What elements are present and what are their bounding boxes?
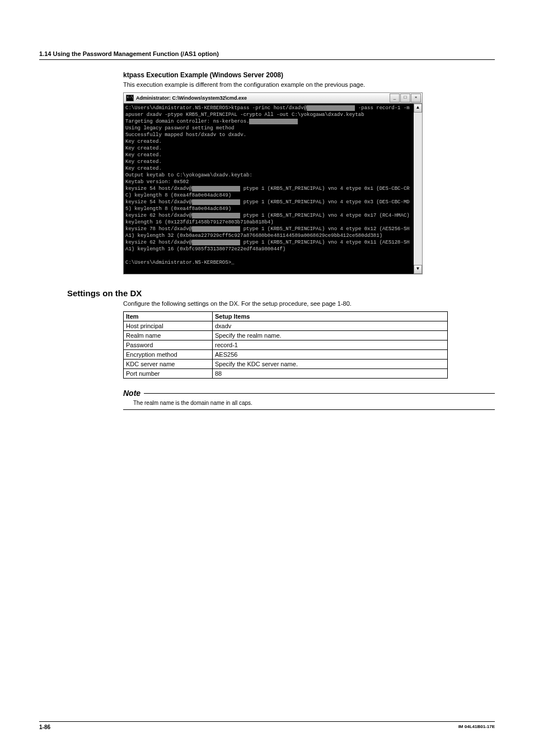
page-footer: 1-86 IM 04L41B01-17E: [39, 721, 495, 730]
section-header: 1.14 Using the Password Management Funct…: [39, 50, 495, 60]
settings-table: Item Setup Items Host principaldxadv Rea…: [123, 311, 448, 379]
terminal-scrollbar[interactable]: ▲ ▼: [414, 104, 422, 274]
table-header-row: Item Setup Items: [124, 312, 448, 321]
cmd-icon: [126, 95, 134, 101]
minimize-button[interactable]: _: [390, 94, 400, 102]
maximize-button[interactable]: □: [400, 94, 410, 102]
settings-intro: Configure the following settings on the …: [123, 300, 495, 307]
terminal-output: C:\Users\Administrator.NS-KERBEROS>ktpas…: [124, 104, 414, 274]
table-row: Host principaldxadv: [124, 321, 448, 331]
note-line: [144, 393, 495, 394]
scroll-down-icon[interactable]: ▼: [414, 265, 422, 274]
terminal-titlebar: Administrator: C:\Windows\system32\cmd.e…: [124, 93, 422, 104]
terminal-window: Administrator: C:\Windows\system32\cmd.e…: [123, 92, 423, 274]
col-item: Item: [124, 312, 213, 321]
table-row: KDC server nameSpecify the KDC server na…: [124, 360, 448, 369]
terminal-title: Administrator: C:\Windows\system32\cmd.e…: [136, 95, 247, 101]
table-row: Realm nameSpecify the realm name.: [124, 331, 448, 340]
table-row: Encryption methodAES256: [124, 350, 448, 360]
table-row: Port number88: [124, 369, 448, 379]
settings-heading: Settings on the DX: [67, 288, 495, 298]
page-number: 1-86: [39, 724, 50, 730]
doc-id: IM 04L41B01-17E: [458, 724, 495, 730]
table-row: Passwordrecord-1: [124, 340, 448, 350]
scroll-up-icon[interactable]: ▲: [414, 104, 422, 113]
note-text: The realm name is the domain name in all…: [123, 398, 495, 410]
col-setup: Setup Items: [213, 312, 448, 321]
close-button[interactable]: ×: [411, 94, 421, 102]
note-title: Note: [123, 389, 140, 398]
note-block: Note The realm name is the domain name i…: [123, 389, 495, 410]
ktpass-intro: This execution example is different from…: [123, 81, 495, 88]
ktpass-heading: ktpass Execution Example (Windows Server…: [123, 71, 495, 79]
